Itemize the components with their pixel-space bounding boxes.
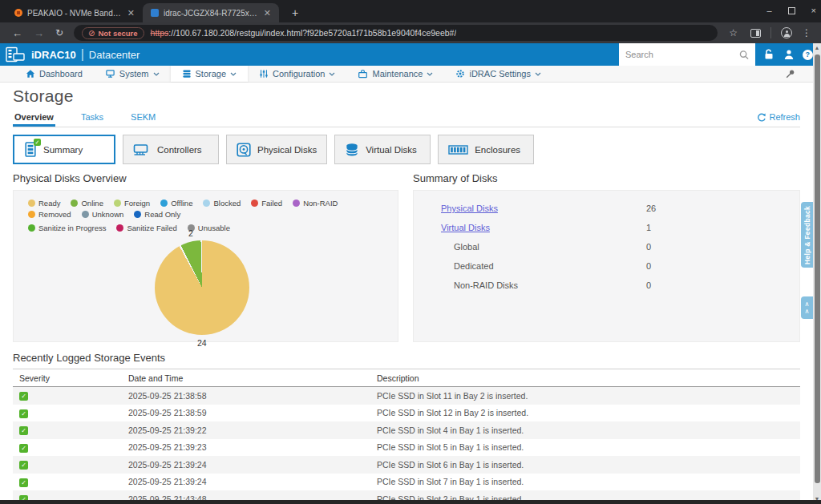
nav-item-idrac-settings[interactable]: iDRAC Settings — [444, 66, 552, 82]
legend-item-unusable: Unusable — [188, 224, 230, 232]
peakaio-favicon-icon — [14, 9, 22, 17]
side-panel-icon[interactable] — [750, 29, 761, 38]
legend-item-offline: Offline — [160, 199, 192, 208]
pin-icon[interactable] — [785, 68, 795, 83]
nav-item-system[interactable]: System — [94, 66, 171, 82]
chevron-down-icon — [427, 72, 433, 76]
quick-button-label: Physical Disks — [257, 145, 317, 155]
scroll-to-top-button[interactable]: ∧ ∧ — [801, 296, 813, 319]
virtual-disks-button[interactable]: Virtual Disks — [334, 135, 431, 164]
virtual-disks-icon — [345, 143, 359, 157]
search-input[interactable] — [625, 50, 739, 59]
severity-ok-icon: ✓ — [19, 478, 28, 487]
enclosures-button[interactable]: Enclosures — [438, 135, 534, 164]
physical-disks-link[interactable]: Physical Disks — [441, 204, 498, 213]
event-row: ✓2025-09-25 21:39:22PCIe SSD in Slot 4 i… — [13, 421, 800, 439]
tab-tasks[interactable]: Tasks — [79, 111, 105, 127]
summary-row-value: 0 — [646, 280, 651, 290]
severity-ok-icon: ✓ — [19, 409, 28, 418]
virtual-disks-link[interactable]: Virtual Disks — [441, 223, 490, 232]
insecure-icon: ⊘ — [88, 29, 95, 38]
event-datetime: 2025-09-25 21:38:59 — [128, 408, 377, 417]
legend-item-failed: Failed — [251, 199, 282, 208]
browser-menu-icon[interactable]: ⋮ — [802, 27, 811, 38]
events-table: ✓2025-09-25 21:38:58PCIe SSD in Slot 11 … — [13, 387, 800, 504]
tab-close-icon[interactable]: ✕ — [126, 8, 136, 18]
chevron-up-icon: ∧ — [805, 308, 810, 315]
address-bar[interactable]: ⊘ Not secure https ://100.67.180.208/res… — [74, 25, 718, 41]
legend-item-online: Online — [71, 199, 103, 208]
legend-dot-icon — [28, 224, 35, 232]
window-minimize-button[interactable]: – — [766, 6, 771, 15]
storage-icon — [182, 69, 192, 79]
legend-dot-icon — [293, 200, 300, 207]
nav-item-dashboard[interactable]: Dashboard — [14, 66, 94, 82]
tab-overview[interactable]: Overview — [13, 111, 55, 127]
url-scheme: https — [151, 28, 169, 38]
summary-row-label: Global — [454, 242, 479, 252]
summary-row-label: Dedicated — [454, 261, 494, 271]
nav-item-storage[interactable]: Storage — [171, 66, 249, 82]
page-title: Storage — [13, 87, 800, 106]
bookmark-star-icon[interactable]: ☆ — [729, 27, 738, 38]
summary-row-global: Global0 — [414, 237, 799, 256]
refresh-button[interactable]: Refresh — [757, 112, 800, 122]
legend-dot-icon — [203, 200, 210, 207]
summary-row-physical-disks: Physical Disks26 — [414, 199, 799, 218]
refresh-icon — [757, 113, 766, 122]
configuration-icon — [259, 69, 269, 79]
page-scrollbar[interactable]: ▲ ▼ — [813, 43, 821, 504]
idrac-header: iDRAC10 | Datacenter ? — [0, 43, 821, 66]
legend-dot-icon — [71, 200, 78, 207]
enclosures-icon — [448, 144, 468, 155]
legend-item-sanitize-in-progress: Sanitize in Progress — [28, 224, 106, 232]
profile-icon[interactable] — [781, 27, 792, 38]
tab-sekm[interactable]: SEKM — [129, 111, 157, 127]
page-content: Storage OverviewTasksSEKM Refresh ✓Summa… — [0, 83, 813, 504]
scrollbar-up-icon[interactable]: ▲ — [813, 43, 821, 53]
maintenance-icon — [358, 69, 368, 79]
home-icon — [26, 69, 35, 79]
forward-icon[interactable]: → — [34, 27, 44, 39]
physical-disks-button[interactable]: Physical Disks — [226, 135, 327, 164]
search-icon[interactable] — [739, 50, 749, 60]
window-close-button[interactable]: × — [811, 6, 816, 15]
event-description: PCIe SSD in Slot 11 in Bay 2 is inserted… — [377, 391, 800, 401]
legend-dot-icon — [28, 211, 35, 218]
new-tab-button[interactable]: + — [287, 6, 303, 22]
browser-tab-peakaio[interactable]: PEAKAIO - NVMe Bandwidth - ✕ — [6, 3, 143, 22]
controllers-button[interactable]: Controllers — [123, 135, 219, 164]
event-description: PCIe SSD in Slot 12 in Bay 2 is inserted… — [377, 408, 800, 417]
events-table-header: SeverityDate and TimeDescription — [13, 369, 800, 387]
summary-button[interactable]: ✓Summary — [13, 135, 115, 164]
physical-disks-overview-heading: Physical Disks Overview — [13, 172, 398, 184]
unlock-icon[interactable] — [763, 49, 774, 60]
legend-item-blocked: Blocked — [203, 199, 241, 208]
user-icon[interactable] — [783, 49, 795, 60]
nav-item-configuration[interactable]: Configuration — [248, 66, 346, 82]
event-description: PCIe SSD in Slot 4 in Bay 1 is inserted. — [377, 425, 800, 435]
scrollbar-thumb[interactable] — [815, 54, 820, 483]
storage-events-section: Recently Logged Storage Events SeverityD… — [13, 352, 800, 504]
window-maximize-button[interactable] — [788, 7, 795, 14]
summary-row-virtual-disks: Virtual Disks1 — [414, 218, 799, 237]
legend-item-ready: Ready — [28, 199, 60, 208]
global-search[interactable] — [619, 43, 755, 66]
back-icon[interactable]: ← — [12, 27, 22, 39]
reload-icon[interactable]: ↻ — [55, 27, 63, 38]
legend-dot-icon — [251, 200, 258, 207]
help-icon[interactable]: ? — [803, 50, 813, 60]
chevron-down-icon — [329, 72, 335, 76]
idrac-favicon-icon — [151, 9, 159, 17]
browser-tab-idrac[interactable]: idrac-JCGZX84-R7725xd - iDRA ✕ — [143, 3, 279, 22]
help-feedback-tab[interactable]: Help & Feedback — [801, 202, 813, 268]
event-row: ✓2025-09-25 21:39:24PCIe SSD in Slot 6 i… — [13, 456, 800, 474]
summary-row-value: 0 — [646, 242, 651, 252]
nav-item-maintenance[interactable]: Maintenance — [346, 66, 444, 82]
nav-item-label: Storage — [196, 69, 227, 79]
severity-ok-icon: ✓ — [19, 461, 28, 470]
legend-dot-icon — [134, 211, 141, 218]
not-secure-badge[interactable]: ⊘ Not secure — [82, 27, 144, 39]
tab-close-icon[interactable]: ✕ — [262, 8, 273, 18]
tab-title: idrac-JCGZX84-R7725xd - iDRA — [164, 9, 257, 18]
